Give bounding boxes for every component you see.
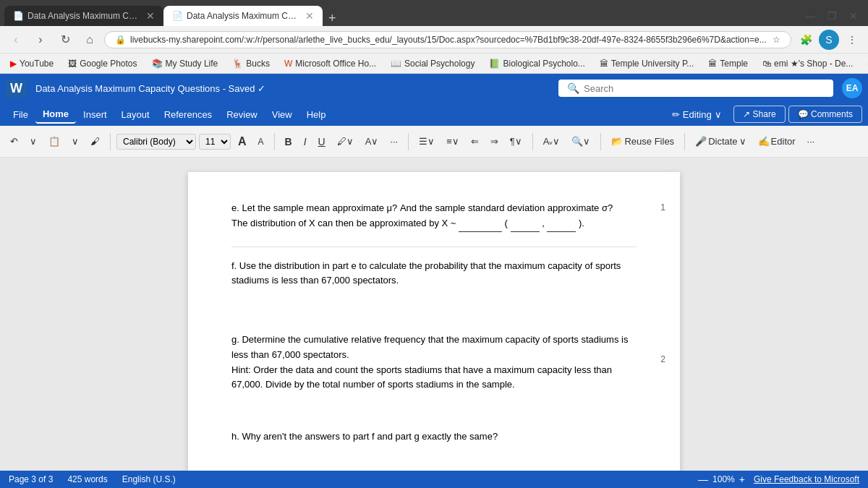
page-count: Page 3 of 3	[9, 474, 53, 484]
word-title-bar: W Data Analysis Maximum Capacity Questio…	[0, 74, 868, 103]
more-font-options[interactable]: ···	[386, 134, 402, 149]
studylife-icon: 📚	[152, 59, 163, 69]
increase-indent[interactable]: ⇒	[486, 134, 503, 149]
word-search-bar[interactable]: 🔍	[558, 80, 833, 97]
clipboard-button[interactable]: 📋	[44, 134, 64, 149]
editing-button[interactable]: ✏ Editing ∨	[666, 106, 728, 123]
underline-button[interactable]: U	[314, 134, 330, 150]
mic-icon: 🎤	[695, 136, 707, 147]
undo-dropdown[interactable]: ∨	[25, 134, 41, 149]
pencil-icon: ✏	[672, 109, 680, 120]
find-dropdown[interactable]: 🔍∨	[567, 134, 595, 149]
grow-font-button[interactable]: A	[234, 133, 251, 150]
tab-bar: 📄 Data Analysis Maximum Capac ✕ 📄 Data A…	[0, 0, 868, 26]
tab-1[interactable]: 📄 Data Analysis Maximum Capac ✕	[4, 6, 163, 26]
tab-2-close[interactable]: ✕	[305, 10, 314, 22]
bookmark-bucks[interactable]: 🦌 Bucks	[228, 57, 274, 70]
feedback-link[interactable]: Give Feedback to Microsoft	[754, 474, 859, 484]
office-icon: W	[284, 59, 292, 69]
paragraph-dropdown[interactable]: ¶∨	[506, 134, 527, 149]
doc-container[interactable]: 1 e. Let the sample mean approximate μ? …	[0, 158, 868, 471]
bookmark-youtube[interactable]: ▶ YouTube	[6, 57, 58, 70]
tab-2-title: Data Analysis Maximum Capac	[187, 11, 301, 21]
part-h-question: h. Why aren't the answers to part f and …	[231, 429, 637, 445]
undo-button[interactable]: ↶	[6, 134, 22, 149]
styles-dropdown[interactable]: Aᵥ∨	[539, 134, 565, 149]
menu-help[interactable]: Help	[299, 106, 333, 123]
bold-button[interactable]: B	[281, 134, 297, 150]
bookmark-social-psych[interactable]: 📖 Social Psychology	[386, 57, 479, 70]
part-e-section: e. Let the sample mean approximate μ? An…	[231, 201, 637, 232]
bookmark-bio-psych[interactable]: 📗 Biological Psycholo...	[485, 57, 589, 70]
emi-shop-icon: 🛍	[762, 59, 771, 69]
part-g-answer-space	[231, 407, 637, 422]
user-avatar[interactable]: EA	[842, 78, 862, 98]
comments-button[interactable]: 💬 Comments	[788, 106, 862, 123]
word-app: W Data Analysis Maximum Capacity Questio…	[0, 74, 868, 488]
editing-label: Editing	[683, 109, 712, 120]
dictate-chevron: ∨	[739, 136, 746, 147]
share-button[interactable]: ↗ Share	[733, 106, 786, 123]
menu-file[interactable]: File	[6, 106, 35, 123]
zoom-out-button[interactable]: —	[698, 474, 708, 485]
font-color-dropdown[interactable]: A∨	[361, 134, 383, 149]
menu-view[interactable]: View	[265, 106, 299, 123]
shrink-font-button[interactable]: A	[254, 134, 268, 149]
tab-1-close[interactable]: ✕	[146, 10, 155, 22]
list-bullets-dropdown[interactable]: ☰∨	[414, 134, 439, 149]
forward-button[interactable]: ›	[30, 30, 51, 50]
bookmark-label: My Study Life	[166, 59, 218, 69]
back-button[interactable]: ‹	[6, 30, 26, 50]
dictate-button[interactable]: 🎤 Dictate ∨	[691, 134, 750, 149]
star-icon[interactable]: ☆	[773, 35, 780, 45]
bookmark-temple-univ[interactable]: 🏛 Temple University P...	[595, 57, 699, 70]
decrease-indent[interactable]: ⇐	[467, 134, 483, 149]
extensions-button[interactable]: 🧩	[796, 30, 816, 50]
new-tab-button[interactable]: +	[323, 11, 342, 26]
search-input[interactable]	[584, 83, 825, 94]
minimize-button[interactable]: —	[800, 6, 820, 26]
bookmark-photos[interactable]: 🖼 Google Photos	[64, 57, 141, 70]
list-numbers-dropdown[interactable]: ≡∨	[442, 134, 464, 149]
bookmark-studylife[interactable]: 📚 My Study Life	[148, 57, 223, 70]
settings-button[interactable]: ⋮	[842, 30, 862, 50]
status-bar-right: — 100% + Give Feedback to Microsoft	[698, 474, 859, 485]
font-family-select[interactable]: Calibri (Body)	[116, 134, 196, 150]
separator-4	[532, 133, 533, 150]
bookmark-office[interactable]: W Microsoft Office Ho...	[280, 57, 380, 70]
word-top-actions: EA	[842, 78, 862, 98]
more-toolbar-options[interactable]: ···	[803, 134, 820, 149]
comment-icon: 💬	[798, 109, 809, 119]
menu-layout[interactable]: Layout	[114, 106, 157, 123]
profile-button[interactable]: S	[819, 30, 839, 50]
tab-2[interactable]: 📄 Data Analysis Maximum Capac ✕	[163, 6, 323, 26]
highlight-dropdown[interactable]: 🖊∨	[333, 134, 358, 149]
part-f-answer-space	[231, 310, 637, 325]
maximize-button[interactable]: ❐	[822, 6, 842, 26]
italic-button[interactable]: I	[299, 134, 311, 150]
comments-label: Comments	[811, 109, 853, 119]
menu-home[interactable]: Home	[35, 106, 76, 124]
part-g-section: g. Determine the cumulative relative fre…	[231, 333, 637, 422]
social-psych-icon: 📖	[391, 59, 401, 69]
answer-blank-2	[511, 216, 540, 232]
zoom-in-button[interactable]: +	[739, 474, 745, 485]
bookmark-prayer[interactable]: 📿 Prayer for the Virtu...	[863, 57, 868, 70]
font-size-select[interactable]: 11	[199, 134, 231, 150]
reuse-files-button[interactable]: 📂 Reuse Files	[607, 134, 678, 149]
home-button[interactable]: ⌂	[80, 30, 100, 50]
menu-review[interactable]: Review	[219, 106, 265, 123]
editor-button[interactable]: ✍ Editor	[754, 134, 800, 149]
part-g-hint: Hint: Order the data and count the sport…	[231, 363, 637, 393]
bookmark-emi-shop[interactable]: 🛍 emi ★'s Shop - De...	[758, 57, 857, 70]
close-button[interactable]: ✕	[843, 6, 864, 26]
bookmark-temple[interactable]: 🏛 Temple	[704, 57, 752, 70]
word-doc-title: Data Analysis Maximum Capacity Questions…	[35, 83, 558, 94]
clipboard-dropdown[interactable]: ∨	[67, 134, 83, 149]
reload-button[interactable]: ↻	[55, 30, 75, 50]
menu-insert[interactable]: Insert	[76, 106, 114, 123]
menu-references[interactable]: References	[157, 106, 219, 123]
address-bar[interactable]: 🔒 livebucks-my.sharepoint.com/:w:/r/pers…	[104, 31, 791, 48]
part-e-question: e. Let the sample mean approximate μ? An…	[231, 201, 637, 216]
format-painter[interactable]: 🖌	[86, 134, 104, 149]
